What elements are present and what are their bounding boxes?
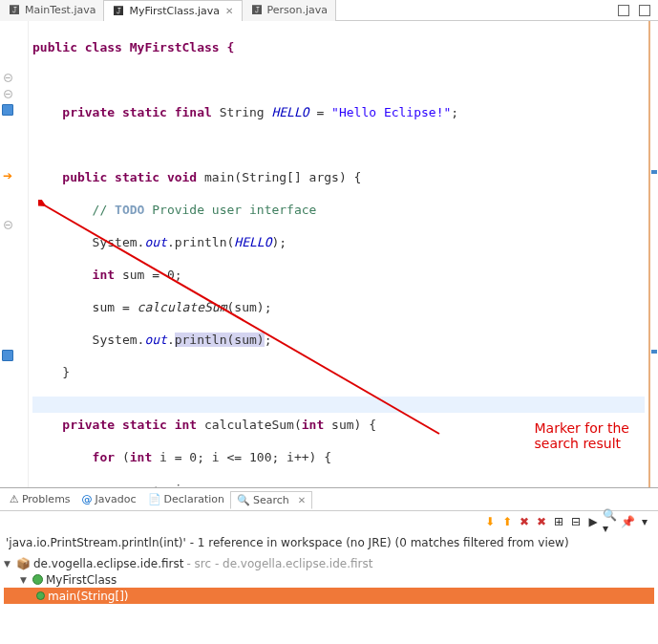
- problems-icon: ⚠: [10, 493, 19, 505]
- tab-label: Person.java: [267, 4, 329, 16]
- expand-toggle-icon[interactable]: ▼: [20, 575, 30, 585]
- search-toolbar: ⬇ ⬆ ✖ ✖ ⊞ ⊟ ▶ 🔍▾ 📌 ▾: [0, 511, 658, 532]
- remove-all-icon[interactable]: ✖: [534, 514, 549, 529]
- fold-icon[interactable]: −: [4, 74, 12, 82]
- fold-icon[interactable]: −: [4, 221, 12, 229]
- bottom-tab-bar: ⚠Problems @Javadoc 📄Declaration 🔍Search✕: [0, 488, 658, 511]
- pin-icon[interactable]: 📌: [620, 514, 635, 529]
- tab-search[interactable]: 🔍Search✕: [230, 491, 312, 509]
- search-marker-icon[interactable]: ➔: [2, 170, 13, 182]
- tab-label: MainTest.java: [25, 4, 96, 16]
- maximize-icon[interactable]: [639, 5, 650, 16]
- history-icon[interactable]: 🔍▾: [603, 514, 618, 529]
- package-icon: 📦: [16, 557, 31, 570]
- tree-row-class[interactable]: ▼ MyFirstClass: [4, 571, 654, 588]
- tab-maintest[interactable]: 🅹 MainTest.java: [0, 0, 104, 21]
- expand-toggle-icon[interactable]: ▼: [4, 559, 13, 569]
- current-line-highlight: [32, 397, 645, 413]
- tab-person[interactable]: 🅹 Person.java: [243, 0, 337, 21]
- declaration-icon: 📄: [148, 493, 161, 505]
- search-icon: 🔍: [237, 494, 250, 506]
- ruler-mark[interactable]: [651, 350, 657, 354]
- javadoc-icon: @: [82, 493, 93, 505]
- tab-declaration[interactable]: 📄Declaration: [142, 491, 230, 507]
- overview-ruler[interactable]: [648, 21, 658, 487]
- tab-label: MyFirstClass.java: [129, 5, 220, 17]
- close-icon[interactable]: ✕: [225, 6, 233, 16]
- java-file-icon: 🅹: [112, 4, 125, 17]
- fold-icon[interactable]: −: [4, 90, 12, 98]
- prev-match-icon[interactable]: ⬆: [499, 514, 515, 529]
- java-file-icon: 🅹: [250, 4, 264, 17]
- task-marker-icon[interactable]: [2, 104, 13, 116]
- java-file-icon: 🅹: [8, 4, 21, 17]
- editor-body: − − ➔ − public class MyFirstClass { priv…: [0, 21, 658, 487]
- annotation-label: Marker for the search result: [534, 420, 629, 451]
- search-results-tree[interactable]: ▼ 📦 de.vogella.eclipse.ide.first - src -…: [0, 553, 658, 606]
- class-icon: [32, 574, 43, 585]
- code-text: public class MyFirstClass {: [32, 40, 234, 54]
- task-marker-icon[interactable]: [2, 350, 13, 361]
- remove-match-icon[interactable]: ✖: [517, 514, 532, 529]
- search-summary: 'java.io.PrintStream.println(int)' - 1 r…: [0, 532, 658, 553]
- bottom-panel: ⚠Problems @Javadoc 📄Declaration 🔍Search✕…: [0, 487, 658, 644]
- editor-tab-bar: 🅹 MainTest.java 🅹 MyFirstClass.java ✕ 🅹 …: [0, 0, 658, 21]
- menu-icon[interactable]: ▾: [637, 514, 652, 529]
- code-content[interactable]: public class MyFirstClass { private stat…: [29, 21, 648, 487]
- tab-problems[interactable]: ⚠Problems: [4, 491, 76, 507]
- collapse-all-icon[interactable]: ⊟: [568, 514, 584, 529]
- next-match-icon[interactable]: ⬇: [482, 514, 498, 529]
- gutter[interactable]: − − ➔ −: [0, 21, 29, 487]
- tree-row-package[interactable]: ▼ 📦 de.vogella.eclipse.ide.first - src -…: [4, 555, 654, 571]
- method-icon: [36, 591, 45, 600]
- ruler-mark[interactable]: [651, 170, 657, 174]
- tree-row-method[interactable]: main(String[]): [4, 588, 654, 604]
- close-icon[interactable]: ✕: [298, 495, 306, 505]
- tab-myfirstclass[interactable]: 🅹 MyFirstClass.java ✕: [104, 0, 242, 21]
- tab-javadoc[interactable]: @Javadoc: [76, 491, 142, 507]
- run-search-icon[interactable]: ▶: [585, 514, 601, 529]
- expand-all-icon[interactable]: ⊞: [551, 514, 566, 529]
- editor-area: 🅹 MainTest.java 🅹 MyFirstClass.java ✕ 🅹 …: [0, 0, 658, 487]
- minimize-icon[interactable]: [618, 5, 629, 16]
- window-controls: [618, 5, 658, 16]
